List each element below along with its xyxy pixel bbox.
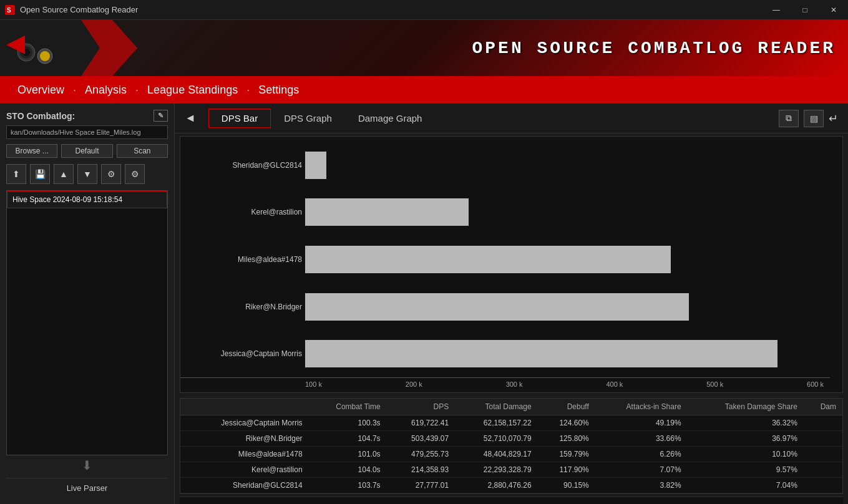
table-cell-4-6: 7.04% bbox=[688, 478, 804, 493]
bar-row-0: Sheridan@GLC2814 bbox=[305, 147, 824, 184]
x-tick-2: 300 k bbox=[506, 380, 523, 392]
bar-label-3: Riker@N.Bridger bbox=[183, 303, 302, 311]
bar-row-1: Kerel@rastilion bbox=[305, 193, 824, 231]
x-tick-1: 200 k bbox=[406, 380, 422, 392]
log-entry-0[interactable]: Hive Space 2024-08-09 15:18:54 bbox=[7, 191, 167, 208]
table-cell-3-3: 22,293,328.79 bbox=[455, 462, 537, 478]
x-tick-3: 400 k bbox=[606, 380, 623, 392]
bar-fill-0 bbox=[305, 152, 326, 179]
up-button[interactable]: ▲ bbox=[54, 164, 74, 184]
tab-dps-graph[interactable]: DPS Graph bbox=[271, 109, 345, 128]
back-button[interactable]: ◄ bbox=[185, 112, 196, 125]
table-cell-2-6: 10.10% bbox=[688, 447, 804, 462]
table-row-4: Sheridan@GLC2814103.7s27,777.012,880,476… bbox=[180, 478, 842, 493]
columns-button[interactable]: ▤ bbox=[804, 110, 824, 127]
table-cell-2-0: Miles@aldea#1478 bbox=[180, 447, 309, 462]
table-header-0 bbox=[180, 399, 309, 415]
bar-row-3: Riker@N.Bridger bbox=[305, 288, 824, 326]
down-button[interactable]: ▼ bbox=[77, 164, 97, 184]
upload-button[interactable]: ⬆ bbox=[6, 164, 26, 184]
table-cell-1-6: 36.97% bbox=[688, 431, 804, 447]
bar-fill-3 bbox=[305, 293, 689, 321]
nav-analysis[interactable]: Analysis bbox=[80, 81, 132, 99]
titlebar-title: Open Source Combatlog Reader bbox=[20, 5, 138, 14]
table-cell-0-7 bbox=[804, 415, 842, 431]
table-cell-0-3: 62,158,157.22 bbox=[455, 415, 537, 431]
edit-icon[interactable]: ✎ bbox=[154, 110, 168, 122]
nav-overview[interactable]: Overview bbox=[12, 81, 69, 99]
table-row-0: Jessica@Captain Morris100.3s619,722.4162… bbox=[180, 415, 842, 431]
download-icon-area: ⬇ bbox=[6, 455, 168, 475]
table-cell-4-0: Sheridan@GLC2814 bbox=[180, 478, 309, 493]
nav-sep-2: · bbox=[135, 84, 139, 97]
browse-button[interactable]: Browse ... bbox=[6, 144, 57, 158]
forward-button[interactable]: ↵ bbox=[829, 112, 838, 125]
main-area: STO Combatlog: ✎ kan/Downloads/Hive Spac… bbox=[0, 104, 848, 504]
close-button[interactable]: ✕ bbox=[819, 0, 848, 20]
table-cell-4-3: 2,880,476.26 bbox=[455, 478, 537, 493]
table-cell-0-0: Jessica@Captain Morris bbox=[180, 415, 309, 431]
table-cell-4-4: 90.15% bbox=[538, 478, 595, 493]
table-cell-0-4: 124.60% bbox=[538, 415, 595, 431]
table-header-6: Taken Damage Share bbox=[688, 399, 804, 415]
bar-label-4: Jessica@Captain Morris bbox=[183, 349, 302, 358]
table-cell-3-7 bbox=[804, 462, 842, 478]
nav-settings[interactable]: Settings bbox=[253, 81, 304, 99]
log-list[interactable]: Hive Space 2024-08-09 15:18:54 bbox=[6, 190, 168, 455]
table-cell-2-5: 6.26% bbox=[595, 447, 688, 462]
table-body: Jessica@Captain Morris100.3s619,722.4162… bbox=[180, 415, 842, 493]
toolbar-row: ⬆ 💾 ▲ ▼ ⚙ ⚙ bbox=[6, 164, 168, 184]
table-cell-3-4: 117.90% bbox=[538, 462, 595, 478]
table-cell-0-2: 619,722.41 bbox=[387, 415, 456, 431]
table-cell-1-7 bbox=[804, 431, 842, 447]
nav-sep-3: · bbox=[246, 84, 250, 97]
tab-actions: ⧉ ▤ bbox=[779, 110, 824, 127]
bar-chart: Sheridan@GLC2814Kerel@rastilionMiles@ald… bbox=[180, 142, 830, 377]
minimize-button[interactable]: — bbox=[762, 0, 791, 20]
bar-chart-container: Sheridan@GLC2814Kerel@rastilionMiles@ald… bbox=[180, 137, 842, 392]
title-bar: S Open Source Combatlog Reader — □ ✕ bbox=[0, 0, 848, 20]
table-cell-1-1: 104.7s bbox=[309, 431, 387, 447]
copy-button[interactable]: ⧉ bbox=[779, 110, 799, 127]
table-cell-3-5: 7.07% bbox=[595, 462, 688, 478]
bar-label-1: Kerel@rastilion bbox=[183, 208, 302, 216]
table-cell-2-2: 479,255.73 bbox=[387, 447, 456, 462]
table-row-2: Miles@aldea#1478101.0s479,255.7348,404,8… bbox=[180, 447, 842, 462]
table-cell-1-5: 33.66% bbox=[595, 431, 688, 447]
scan-button[interactable]: Scan bbox=[117, 144, 168, 158]
content-area: ◄ DPS Bar DPS Graph Damage Graph ⧉ ▤ ↵ S… bbox=[175, 104, 848, 504]
x-tick-0: 100 k bbox=[305, 380, 322, 392]
tab-damage-graph[interactable]: Damage Graph bbox=[345, 109, 436, 128]
app-icon: S bbox=[5, 5, 15, 15]
table-cell-4-7 bbox=[804, 478, 842, 493]
file-path: kan/Downloads/Hive Space Elite_Miles.log bbox=[6, 125, 168, 139]
horizontal-scrollbar[interactable] bbox=[180, 497, 843, 504]
maximize-button[interactable]: □ bbox=[791, 0, 819, 20]
bar-fill-2 bbox=[305, 246, 671, 273]
data-table: Combat TimeDPSTotal DamageDebuffAttacks-… bbox=[180, 399, 842, 493]
table-cell-2-3: 48,404,829.17 bbox=[455, 447, 537, 462]
svg-point-7 bbox=[40, 51, 50, 61]
bar-row-4: Jessica@Captain Morris bbox=[305, 335, 824, 372]
table-cell-3-1: 104.0s bbox=[309, 462, 387, 478]
default-button[interactable]: Default bbox=[61, 144, 112, 158]
tab-dps-bar[interactable]: DPS Bar bbox=[208, 109, 271, 128]
chart-area: Sheridan@GLC2814Kerel@rastilionMiles@ald… bbox=[180, 136, 843, 393]
sidebar: STO Combatlog: ✎ kan/Downloads/Hive Spac… bbox=[0, 104, 175, 504]
settings-button[interactable]: ⚙ bbox=[101, 164, 121, 184]
table-row-3: Kerel@rastilion104.0s214,358.9322,293,32… bbox=[180, 462, 842, 478]
data-table-wrapper[interactable]: Combat TimeDPSTotal DamageDebuffAttacks-… bbox=[180, 398, 843, 494]
table-header-row: Combat TimeDPSTotal DamageDebuffAttacks-… bbox=[180, 399, 842, 415]
filter-button[interactable]: ⚙ bbox=[125, 164, 145, 184]
live-parser-label[interactable]: Live Parser bbox=[6, 478, 168, 498]
save-button[interactable]: 💾 bbox=[30, 164, 50, 184]
x-tick-4: 500 k bbox=[706, 380, 723, 392]
table-cell-3-6: 9.57% bbox=[688, 462, 804, 478]
table-header-2: DPS bbox=[387, 399, 456, 415]
nav-league-standings[interactable]: League Standings bbox=[142, 81, 243, 99]
download-icon[interactable]: ⬇ bbox=[82, 458, 92, 473]
svg-text:S: S bbox=[7, 7, 11, 14]
table-cell-1-0: Riker@N.Bridger bbox=[180, 431, 309, 447]
table-header-4: Debuff bbox=[538, 399, 595, 415]
table-cell-0-1: 100.3s bbox=[309, 415, 387, 431]
